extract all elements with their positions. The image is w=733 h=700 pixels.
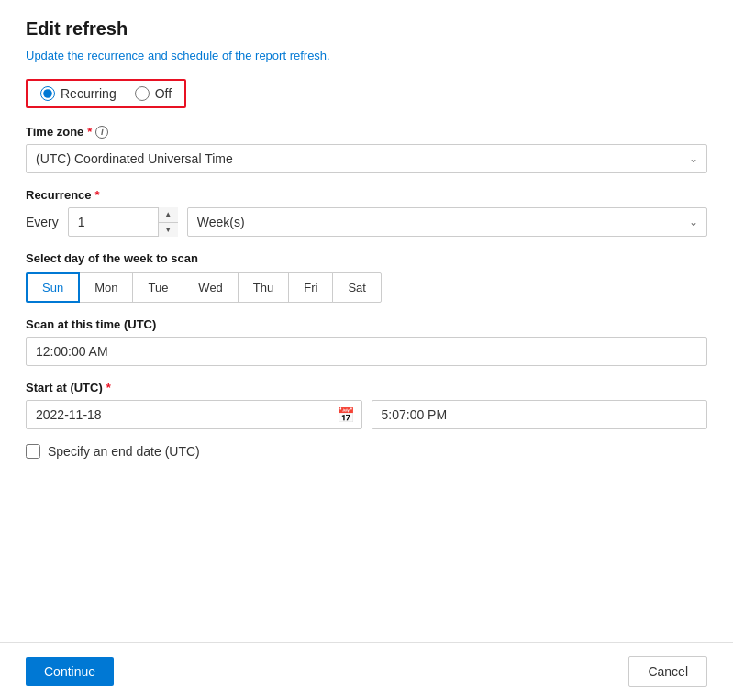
recurrence-required: * — [95, 188, 100, 202]
timezone-select[interactable]: (UTC) Coordinated Universal Time — [26, 144, 707, 173]
scan-time-section: Scan at this time (UTC) — [26, 317, 707, 366]
page-title: Edit refresh — [26, 18, 707, 39]
radio-off[interactable]: Off — [135, 86, 172, 101]
footer: Continue Cancel — [0, 642, 733, 700]
start-at-row: 📅 — [26, 400, 707, 429]
day-selector-label: Select day of the week to scan — [26, 251, 707, 265]
recurrence-section: Recurrence * Every ▲ ▼ Week(s) Day(s) Mo… — [26, 188, 707, 303]
page-subtitle: Update the recurrence and schedule of th… — [26, 49, 707, 62]
continue-button[interactable]: Continue — [26, 657, 114, 686]
spin-buttons: ▲ ▼ — [158, 207, 178, 237]
radio-recurring[interactable]: Recurring — [40, 86, 117, 101]
timezone-required: * — [87, 125, 92, 139]
radio-group-container: Recurring Off — [26, 79, 186, 108]
day-button-mon[interactable]: Mon — [79, 272, 133, 303]
day-button-wed[interactable]: Wed — [183, 272, 239, 303]
scan-time-label: Scan at this time (UTC) — [26, 317, 707, 331]
day-button-thu[interactable]: Thu — [238, 272, 289, 303]
timezone-section: Time zone * i (UTC) Coordinated Universa… — [26, 125, 707, 173]
start-time-wrapper — [372, 400, 708, 429]
spin-up-button[interactable]: ▲ — [159, 207, 178, 223]
timezone-label: Time zone * i — [26, 125, 707, 139]
end-date-row: Specify an end date (UTC) — [26, 444, 707, 459]
day-button-tue[interactable]: Tue — [132, 272, 183, 303]
start-time-input[interactable] — [372, 400, 708, 429]
day-button-sun[interactable]: Sun — [26, 272, 80, 303]
period-select[interactable]: Week(s) Day(s) Month(s) — [187, 207, 707, 237]
scan-time-input[interactable] — [26, 337, 707, 366]
end-date-label: Specify an end date (UTC) — [48, 444, 200, 459]
radio-recurring-label: Recurring — [61, 86, 117, 101]
radio-off-label: Off — [155, 86, 172, 101]
day-selector-section: Select day of the week to scan Sun Mon T… — [26, 251, 707, 303]
start-date-input[interactable] — [26, 400, 362, 429]
start-at-section: Start at (UTC) * 📅 — [26, 381, 707, 429]
calendar-icon[interactable]: 📅 — [337, 406, 355, 424]
start-at-required: * — [106, 381, 111, 394]
timezone-info-icon[interactable]: i — [95, 126, 108, 139]
end-date-checkbox[interactable] — [26, 444, 40, 459]
spin-down-button[interactable]: ▼ — [159, 223, 178, 238]
cancel-button[interactable]: Cancel — [628, 656, 707, 687]
radio-off-input[interactable] — [135, 86, 150, 101]
day-buttons: Sun Mon Tue Wed Thu Fri Sat — [26, 272, 707, 303]
date-wrapper: 📅 — [26, 400, 362, 429]
day-button-fri[interactable]: Fri — [288, 272, 333, 303]
recurrence-label: Recurrence * — [26, 188, 707, 202]
every-label: Every — [26, 215, 59, 229]
start-at-label: Start at (UTC) * — [26, 381, 707, 394]
recurrence-number-wrapper: ▲ ▼ — [68, 207, 178, 237]
period-select-wrapper: Week(s) Day(s) Month(s) ⌄ — [187, 207, 707, 237]
timezone-select-wrapper: (UTC) Coordinated Universal Time ⌄ — [26, 144, 707, 173]
day-button-sat[interactable]: Sat — [332, 272, 382, 303]
recurrence-row: Every ▲ ▼ Week(s) Day(s) Month(s) ⌄ — [26, 207, 707, 237]
radio-recurring-input[interactable] — [40, 86, 55, 101]
